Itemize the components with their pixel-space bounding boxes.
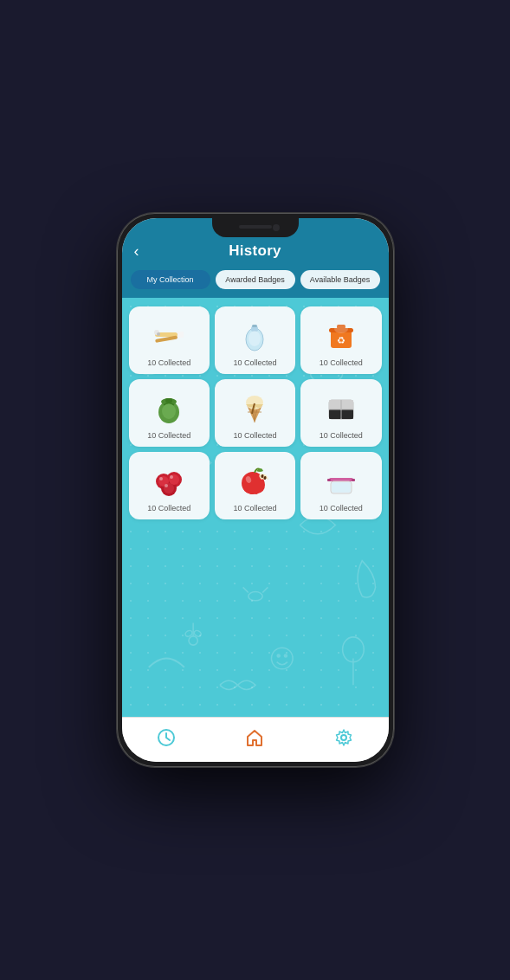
svg-point-28	[249, 331, 261, 346]
tab-my-collection[interactable]: My Collection	[131, 270, 210, 289]
nav-home[interactable]	[231, 725, 278, 755]
home-icon	[245, 728, 264, 751]
list-item[interactable]: 10 Collected	[129, 306, 210, 374]
item-image-container	[322, 461, 360, 499]
svg-point-19	[342, 637, 364, 662]
svg-point-14	[193, 629, 202, 637]
page-title: History	[229, 242, 281, 260]
item-label: 10 Collected	[233, 358, 276, 367]
svg-point-16	[277, 654, 280, 657]
item-image-apple	[236, 461, 274, 499]
svg-line-9	[242, 587, 248, 592]
item-label: 10 Collected	[147, 358, 190, 367]
clock-icon	[157, 728, 176, 751]
list-item[interactable]: 10 Collected	[300, 379, 381, 447]
svg-rect-47	[341, 400, 353, 409]
back-button[interactable]: ‹	[134, 243, 139, 259]
tab-bar: My Collection Awarded Badges Available B…	[122, 270, 389, 298]
svg-point-24	[157, 332, 160, 336]
list-item[interactable]: 10 Collected	[215, 452, 295, 519]
svg-line-10	[262, 587, 268, 592]
svg-rect-68	[327, 479, 331, 481]
phone-screen: ‹ History My Collection Awarded Badges A…	[122, 218, 389, 762]
svg-point-60	[165, 484, 168, 487]
tab-available-badges[interactable]: Available Badges	[300, 270, 380, 289]
item-image-ice-cream	[236, 388, 274, 426]
svg-point-59	[170, 475, 173, 479]
svg-point-37	[162, 403, 176, 419]
item-label: 10 Collected	[233, 504, 276, 513]
content-area: ✦ ✦ ✦	[122, 298, 389, 717]
svg-point-58	[159, 477, 163, 480]
svg-rect-48	[329, 409, 341, 419]
svg-point-11	[189, 636, 197, 645]
item-image-cigarettes	[150, 315, 188, 353]
item-label: 10 Collected	[320, 358, 363, 367]
list-item[interactable]: 10 Collected	[215, 379, 295, 447]
svg-text:♻: ♻	[337, 335, 345, 345]
nav-history[interactable]	[143, 725, 190, 755]
list-item[interactable]: 10 Collected	[215, 306, 295, 374]
svg-point-13	[184, 629, 192, 637]
tab-awarded-badges[interactable]: Awarded Badges	[216, 270, 295, 289]
svg-point-15	[271, 648, 293, 669]
item-label: 10 Collected	[233, 431, 276, 440]
phone-frame: ‹ History My Collection Awarded Badges A…	[117, 213, 394, 767]
speaker	[239, 225, 272, 229]
list-item[interactable]: 10 Collected	[300, 452, 381, 519]
gear-icon	[334, 728, 353, 751]
item-image-berries	[150, 461, 188, 499]
item-label: 10 Collected	[320, 431, 363, 440]
camera	[273, 224, 280, 231]
item-label: 10 Collected	[147, 504, 190, 513]
svg-rect-46	[329, 400, 341, 409]
item-image-plastic-bottle	[236, 315, 274, 353]
item-label: 10 Collected	[147, 431, 190, 440]
item-image-battery	[150, 388, 188, 426]
nav-settings[interactable]	[320, 725, 367, 755]
svg-rect-67	[332, 482, 351, 493]
svg-rect-27	[252, 325, 257, 327]
svg-rect-21	[178, 332, 184, 338]
item-label: 10 Collected	[320, 504, 363, 513]
svg-point-17	[284, 654, 287, 657]
item-image-food-tray	[322, 388, 360, 426]
collection-grid: 10 Collected 10 Collected	[129, 306, 382, 519]
item-image-bin: ♻	[322, 315, 360, 353]
list-item[interactable]: ♻ 10 Collected	[300, 306, 381, 374]
svg-rect-36	[165, 398, 172, 403]
svg-rect-49	[341, 409, 353, 419]
bottom-navigation	[122, 717, 389, 762]
svg-rect-65	[329, 478, 353, 481]
svg-point-71	[341, 735, 346, 740]
list-item[interactable]: 10 Collected	[129, 452, 210, 519]
phone-notch	[212, 218, 299, 237]
svg-rect-69	[352, 479, 355, 481]
svg-point-33	[334, 325, 348, 333]
list-item[interactable]: 10 Collected	[129, 379, 210, 447]
svg-point-8	[248, 592, 261, 601]
